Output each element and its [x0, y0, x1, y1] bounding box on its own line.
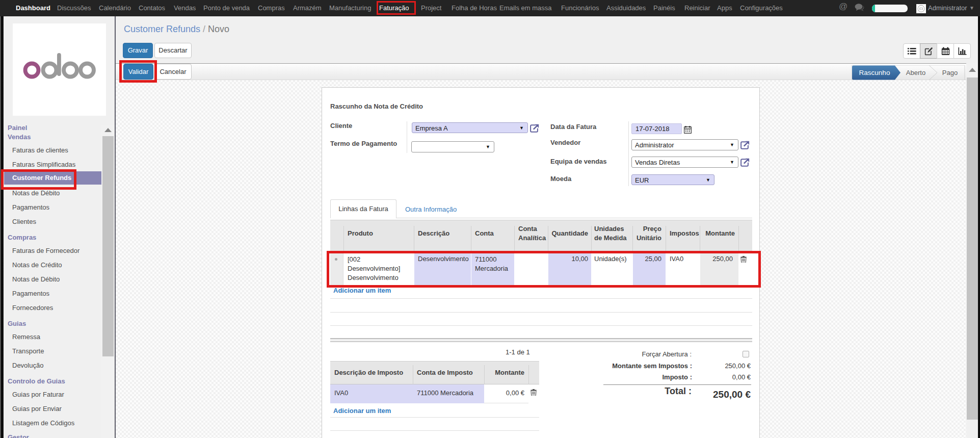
svg-text:Rascunho: Rascunho — [859, 69, 890, 76]
svg-text:Aberto: Aberto — [906, 69, 925, 76]
svg-text:Pago: Pago — [942, 69, 958, 76]
